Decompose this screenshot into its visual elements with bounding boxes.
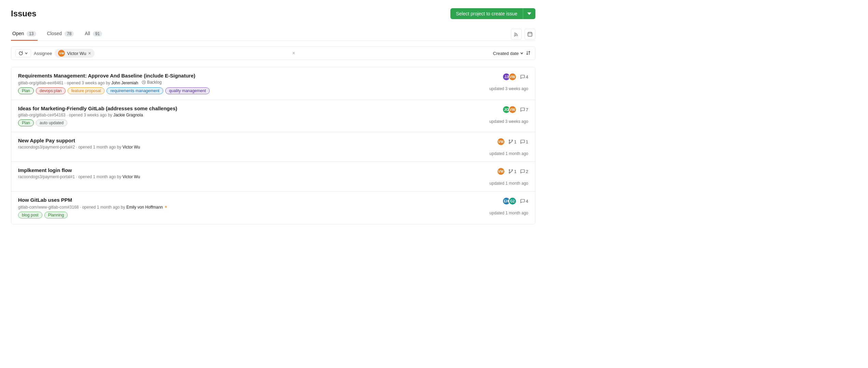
svg-point-7 — [512, 170, 513, 171]
issue-updated: updated 3 weeks ago — [489, 86, 528, 91]
create-issue-dropdown-button[interactable] — [523, 8, 535, 19]
comment-count: 7 — [520, 107, 528, 112]
badge-plan[interactable]: Plan — [18, 87, 34, 94]
issue-repo: racoondogs3/payment-portal#2 — [18, 145, 75, 150]
table-row: How GitLab uses PPM gitlab-com/www-gitla… — [11, 192, 535, 224]
comment-icon — [520, 169, 525, 174]
table-row: Implkement login flow racoondogs3/paymen… — [11, 162, 535, 192]
svg-point-6 — [509, 170, 510, 171]
issue-avatars: JJ VW — [502, 73, 517, 81]
issue-meta: racoondogs3/payment-portal#2 · opened 1 … — [18, 145, 453, 150]
create-issue-button-group: Select project to create issue — [450, 8, 535, 19]
badge-blogpost[interactable]: blog post — [18, 212, 42, 218]
assignee-filter-tag: VW Victor Wu × — [55, 49, 94, 58]
mr-count: 1 — [508, 139, 517, 144]
tab-open[interactable]: Open 13 — [11, 27, 38, 41]
closed-count: 78 — [65, 31, 74, 37]
issue-right: EH G2 4 updated 1 month ago — [453, 197, 528, 215]
issues-tabs: Open 13 Closed 78 All 91 — [11, 27, 535, 41]
comment-icon — [520, 139, 525, 144]
issue-right: VW 1 1 updated 1 month ago — [453, 138, 528, 156]
avatar: VW — [497, 167, 505, 175]
tab-actions — [511, 29, 535, 40]
issue-updated: updated 1 month ago — [490, 181, 528, 186]
issue-title[interactable]: New Apple Pay support — [18, 138, 453, 143]
issues-list: Requirements Management: Approve And Bas… — [11, 67, 535, 224]
merge-request-icon — [508, 139, 513, 144]
comment-icon — [520, 74, 525, 79]
issue-meta: gitlab-org/gitlab-ee#8461 · opened 3 wee… — [18, 80, 453, 85]
issue-meta: gitlab-org/gitlab-ce#54163 · opened 3 we… — [18, 113, 453, 117]
remove-assignee-filter-button[interactable]: × — [88, 51, 91, 56]
merge-request-icon — [508, 169, 513, 174]
badge-devops[interactable]: devops:plan — [36, 87, 66, 94]
issue-updated: updated 3 weeks ago — [489, 119, 528, 124]
filter-bar: Assignee VW Victor Wu × × Created date — [11, 46, 535, 60]
mr-count: 1 — [508, 169, 517, 174]
issue-title[interactable]: Implkement login flow — [18, 167, 453, 173]
page-title: Issues — [11, 9, 37, 18]
tab-all[interactable]: All 91 — [83, 27, 103, 41]
comment-count: 1 — [520, 139, 528, 144]
badge-auto[interactable]: auto updated — [36, 119, 67, 126]
open-count: 13 — [27, 31, 36, 37]
issue-repo: gitlab-com/www-gitlab-com#3168 — [18, 205, 79, 210]
filter-right: Created date — [493, 51, 531, 56]
assignee-filter-label: Assignee — [34, 51, 52, 56]
sort-chevron-icon — [520, 52, 523, 55]
table-row: Ideas for Marketing-Friendly GitLab (add… — [11, 100, 535, 132]
issue-avatars: EH G2 — [502, 197, 517, 205]
calendar-button[interactable] — [524, 29, 535, 40]
issue-avatars: VW — [497, 167, 505, 175]
avatar: VW — [497, 138, 505, 146]
issue-stats: JG VW 7 — [502, 105, 528, 114]
issue-stats: JJ VW 4 — [502, 73, 528, 81]
issue-title[interactable]: How GitLab uses PPM — [18, 197, 453, 203]
issue-title[interactable]: Requirements Management: Approve And Bas… — [18, 73, 453, 79]
reset-icon — [18, 51, 23, 56]
assignee-filter-value: Victor Wu — [67, 51, 86, 56]
badge-planning[interactable]: Planning — [44, 212, 68, 218]
all-count: 91 — [93, 31, 102, 37]
filter-left: Assignee VW Victor Wu × — [15, 49, 95, 58]
svg-point-4 — [512, 140, 513, 141]
issue-avatars: VW — [497, 138, 505, 146]
sort-label[interactable]: Created date — [493, 51, 523, 56]
svg-point-0 — [514, 35, 515, 36]
filter-reset-button[interactable] — [15, 49, 31, 57]
issue-avatars: JG VW — [502, 105, 517, 114]
issue-meta: racoondogs3/payment-portal#1 · opened 1 … — [18, 174, 453, 179]
sparkle-icon: ✦ — [164, 204, 168, 210]
issue-updated: updated 1 month ago — [490, 211, 528, 215]
sort-direction-button[interactable] — [526, 51, 531, 56]
issue-stats: EH G2 4 — [502, 197, 528, 205]
rss-button[interactable] — [511, 29, 522, 40]
chevron-down-icon — [527, 12, 531, 16]
tab-closed[interactable]: Closed 78 — [46, 27, 75, 41]
svg-point-8 — [509, 172, 510, 173]
comment-icon — [520, 107, 525, 112]
filter-clear-button[interactable]: × — [292, 50, 295, 56]
issue-updated: updated 1 month ago — [490, 151, 528, 156]
comment-icon — [520, 199, 525, 203]
issue-title[interactable]: Ideas for Marketing-Friendly GitLab (add… — [18, 105, 453, 111]
svg-rect-1 — [528, 32, 532, 36]
sort-arrows-icon — [526, 51, 531, 55]
create-issue-main-button[interactable]: Select project to create issue — [450, 8, 523, 19]
badge-plan[interactable]: Plan — [18, 119, 34, 126]
backlog-badge: Backlog — [142, 80, 162, 85]
issue-meta: gitlab-com/www-gitlab-com#3168 · opened … — [18, 204, 453, 210]
comment-count: 4 — [520, 74, 528, 80]
issue-repo: racoondogs3/payment-portal#1 — [18, 174, 75, 179]
avatar: VW — [508, 105, 517, 114]
badge-feature[interactable]: feature proposal — [68, 87, 105, 94]
badge-requirements[interactable]: requirements management — [107, 87, 163, 94]
issue-right: VW 1 2 updated 1 month ago — [453, 167, 528, 186]
badge-quality[interactable]: quality management — [165, 87, 210, 94]
issue-badges: Plan devops:plan feature proposal requir… — [18, 87, 453, 94]
avatar: VW — [508, 73, 517, 81]
table-row: Requirements Management: Approve And Bas… — [11, 67, 535, 100]
issue-right: JG VW 7 updated 3 weeks ago — [453, 105, 528, 124]
clock-icon — [142, 80, 146, 84]
issue-stats: VW 1 2 — [497, 167, 528, 175]
